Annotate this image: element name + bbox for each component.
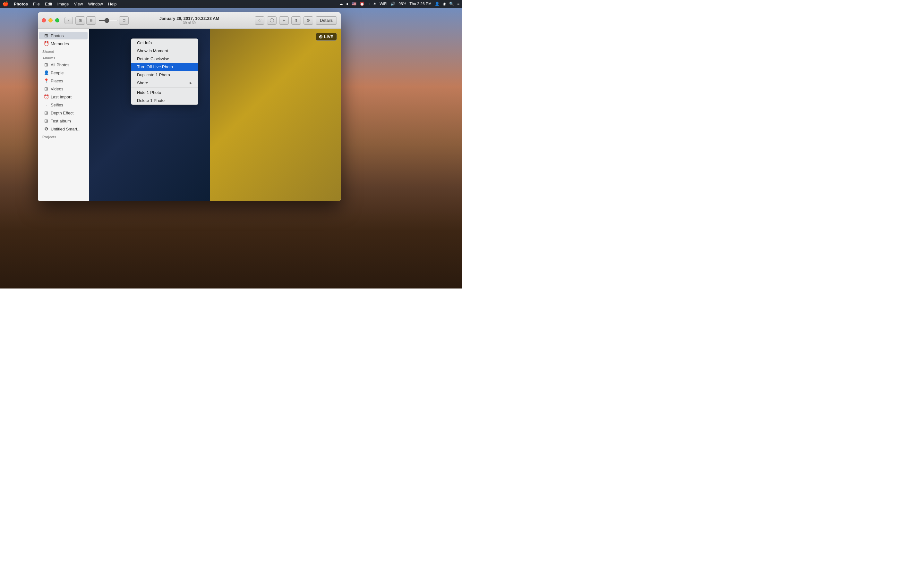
people-label: People	[51, 71, 63, 75]
context-menu-separator	[131, 87, 198, 88]
menu-bar-left: 🍎 Photos File Edit Image View Window Hel…	[3, 1, 117, 7]
albums-section-label: Albums	[38, 54, 89, 61]
people-icon: 👤	[44, 70, 49, 75]
memories-icon: ⏰	[44, 41, 49, 46]
sidebar-item-test-album[interactable]: ⊞ Test album	[39, 117, 87, 125]
all-photos-label: All Photos	[51, 63, 69, 67]
close-button[interactable]	[42, 18, 46, 23]
share-button[interactable]: ⬆	[291, 16, 301, 25]
add-button[interactable]: +	[279, 16, 289, 25]
sidebar-item-places[interactable]: 📍 Places	[39, 77, 87, 85]
menu-file[interactable]: File	[33, 2, 40, 6]
shared-section-label: Shared	[38, 48, 89, 54]
user-icon: 👤	[435, 2, 439, 6]
toolbar-right: ♡ ⓘ + ⬆ ⚙ Details	[255, 16, 337, 25]
untitled-smart-label: Untitled Smart...	[51, 127, 81, 131]
window-body: ⊞ Photos ⏰ Memories Shared Albums ⊞ All …	[38, 29, 341, 201]
menu-image[interactable]: Image	[57, 2, 69, 6]
sidebar-item-depth-effect[interactable]: ⊞ Depth Effect	[39, 109, 87, 117]
sidebar-item-people[interactable]: 👤 People	[39, 69, 87, 77]
menu-edit[interactable]: Edit	[45, 2, 52, 6]
sidebar-item-selfies[interactable]: · Selfies	[39, 101, 87, 109]
circle-icon: ●	[346, 2, 349, 6]
share-label: Share	[137, 81, 148, 85]
videos-label: Videos	[51, 87, 63, 91]
context-menu-item-hide[interactable]: Hide 1 Photo	[131, 89, 198, 97]
photo-area[interactable]: LIVE Get Info Show in Moment Rotate Cloc…	[89, 29, 341, 201]
duplicate-label: Duplicate 1 Photo	[137, 73, 170, 77]
context-menu-item-rotate-cw[interactable]: Rotate Clockwise	[131, 55, 198, 63]
view-grid-button[interactable]: ⊞	[75, 16, 85, 25]
menu-help[interactable]: Help	[108, 2, 117, 6]
menu-view[interactable]: View	[74, 2, 83, 6]
sidebar-item-photos[interactable]: ⊞ Photos	[39, 32, 87, 39]
context-menu-item-turn-off-live[interactable]: Turn Off Live Photo	[131, 63, 198, 71]
title-bar: ‹ ⊞ ⊟ ⊡ January 26, 2017, 10:22:23 AM 39…	[38, 12, 341, 29]
bluetooth-icon: ✶	[373, 2, 376, 6]
context-menu: Get Info Show in Moment Rotate Clockwise…	[131, 39, 198, 105]
live-badge-label: LIVE	[324, 34, 333, 39]
title-center: January 26, 2017, 10:22:23 AM 39 of 39	[160, 16, 220, 25]
projects-section-label: Projects	[38, 133, 89, 139]
delete-label: Delete 1 Photo	[137, 98, 165, 103]
app-name[interactable]: Photos	[14, 2, 28, 6]
smart-album-icon: ⚙	[44, 126, 49, 131]
context-menu-item-get-info[interactable]: Get Info	[131, 39, 198, 47]
sidebar-item-untitled-smart[interactable]: ⚙ Untitled Smart...	[39, 125, 87, 133]
search-icon[interactable]: 🔍	[449, 2, 454, 6]
minimize-button[interactable]	[48, 18, 53, 23]
context-menu-item-share[interactable]: Share ▶	[131, 79, 198, 87]
sidebar-item-all-photos[interactable]: ⊞ All Photos	[39, 61, 87, 69]
context-menu-item-show-in-moment[interactable]: Show in Moment	[131, 47, 198, 55]
show-in-moment-label: Show in Moment	[137, 48, 168, 53]
depth-effect-label: Depth Effect	[51, 111, 73, 115]
apple-menu[interactable]: 🍎	[3, 1, 9, 7]
depth-effect-icon: ⊞	[44, 110, 49, 115]
favorite-button[interactable]: ♡	[255, 16, 264, 25]
test-album-icon: ⊞	[44, 118, 49, 123]
battery-level: 98%	[399, 2, 406, 6]
all-photos-icon: ⊞	[44, 62, 49, 67]
sidebar-item-memories[interactable]: ⏰ Memories	[39, 40, 87, 47]
selfies-icon: ·	[44, 102, 49, 107]
zoom-slider[interactable]	[99, 20, 118, 21]
wifi-icon: WiFi	[380, 2, 387, 6]
time-machine-icon: ⏰	[360, 2, 365, 6]
volume-icon: 🔊	[391, 2, 395, 6]
photo-date: January 26, 2017, 10:22:23 AM	[160, 16, 220, 21]
last-import-icon: ⏰	[44, 94, 49, 99]
last-import-label: Last Import	[51, 95, 71, 99]
get-info-label: Get Info	[137, 40, 152, 45]
airplay-icon: □	[368, 2, 370, 6]
sidebar-item-last-import[interactable]: ⏰ Last Import	[39, 93, 87, 101]
traffic-lights	[42, 18, 59, 23]
sidebar: ⊞ Photos ⏰ Memories Shared Albums ⊞ All …	[38, 29, 89, 201]
share-arrow-icon: ▶	[190, 81, 192, 85]
turn-off-live-label: Turn Off Live Photo	[137, 64, 173, 69]
context-menu-item-duplicate[interactable]: Duplicate 1 Photo	[131, 71, 198, 79]
context-menu-item-delete[interactable]: Delete 1 Photo	[131, 97, 198, 105]
nav-buttons: ‹	[65, 17, 73, 24]
info-button[interactable]: ⓘ	[267, 16, 276, 25]
videos-icon: ⊞	[44, 86, 49, 91]
memories-label: Memories	[51, 41, 69, 46]
sidebar-item-videos[interactable]: ⊞ Videos	[39, 85, 87, 93]
back-button[interactable]: ‹	[65, 17, 73, 24]
view-full-button[interactable]: ⊡	[119, 16, 129, 25]
siri-icon: ◉	[443, 2, 446, 6]
control-strip-icon[interactable]: ≡	[457, 2, 459, 6]
details-button[interactable]: Details	[316, 16, 337, 25]
live-photo-badge[interactable]: LIVE	[316, 33, 337, 41]
menu-window[interactable]: Window	[88, 2, 103, 6]
photos-label: Photos	[51, 33, 63, 38]
places-label: Places	[51, 79, 63, 83]
adjust-button[interactable]: ⚙	[304, 16, 313, 25]
maximize-button[interactable]	[55, 18, 59, 23]
places-icon: 📍	[44, 78, 49, 83]
live-dot-icon	[319, 35, 322, 39]
menu-bar: 🍎 Photos File Edit Image View Window Hel…	[0, 0, 462, 8]
flag-icon: 🇺🇸	[352, 2, 357, 6]
view-toggle-button[interactable]: ⊟	[86, 16, 96, 25]
selfies-label: Selfies	[51, 103, 63, 107]
photos-icon: ⊞	[44, 33, 49, 38]
